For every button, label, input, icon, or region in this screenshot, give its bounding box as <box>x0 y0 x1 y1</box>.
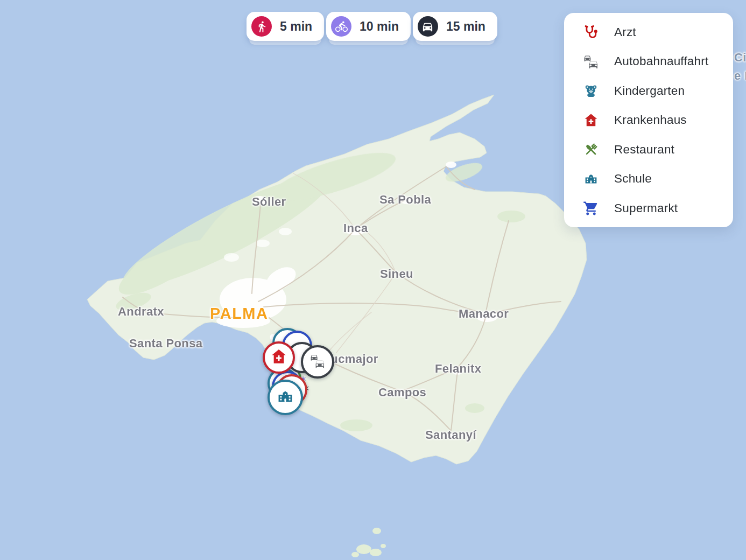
drive-time-pill[interactable]: 15 min <box>413 12 497 41</box>
stethoscope-icon <box>582 24 600 41</box>
walk-time-pill[interactable]: 5 min <box>247 12 324 41</box>
two-cars-icon <box>309 352 326 372</box>
drive-time-label: 15 min <box>446 19 485 34</box>
map-label-partial-ciutadella-1: Ciu <box>734 51 746 65</box>
legend-label: Supermarkt <box>614 201 678 215</box>
map-label-palma: PALMA <box>210 305 268 323</box>
legend-label: Schule <box>614 172 652 186</box>
map-label-santa-ponsa: Santa Ponsa <box>129 337 202 351</box>
legend-item-arzt[interactable]: Arzt <box>564 17 733 47</box>
cyclist-icon <box>331 16 351 37</box>
map-label-sa-pobla: Sa Pobla <box>379 193 431 207</box>
hospital-house-icon <box>582 111 600 129</box>
map-label-andratx: Andratx <box>118 305 164 319</box>
legend-label: Arzt <box>614 25 636 39</box>
legend-item-autobahnauffahrt[interactable]: Autobahnauffahrt <box>564 47 733 76</box>
map-label-felanitx: Felanitx <box>435 362 481 376</box>
legend-item-krankenhaus[interactable]: Krankenhaus <box>564 106 733 135</box>
car-icon <box>418 16 438 37</box>
map-label-manacor: Manacor <box>459 307 509 321</box>
bike-time-pill[interactable]: 10 min <box>326 12 411 41</box>
hospital-house-icon <box>270 347 288 368</box>
legend-label: Kindergarten <box>614 84 685 98</box>
bike-time-label: 10 min <box>360 19 399 34</box>
walk-time-label: 5 min <box>280 19 312 34</box>
legend-item-restaurant[interactable]: Restaurant <box>564 135 733 164</box>
map-label-santanyi: Santanyí <box>425 428 476 442</box>
school-building-icon <box>582 170 600 187</box>
legend-label: Krankenhaus <box>614 113 687 127</box>
map-label-soller: Sóller <box>252 195 286 209</box>
legend-item-kindergarten[interactable]: Kindergarten <box>564 76 733 106</box>
travel-time-toolbar: 5 min 10 min 15 min <box>247 12 497 41</box>
map-label-campos: Campos <box>378 386 426 400</box>
legend-item-schule[interactable]: Schule <box>564 164 733 194</box>
legend-item-supermarkt[interactable]: Supermarkt <box>564 193 733 223</box>
poi-legend-panel: Arzt Autobahnauffahrt <box>564 13 733 227</box>
marker-schule[interactable] <box>268 380 303 415</box>
walking-icon <box>251 16 272 37</box>
marker-autobahnauffahrt[interactable] <box>301 345 334 379</box>
legend-label: Autobahnauffahrt <box>614 54 708 68</box>
teddy-bear-icon <box>582 82 600 100</box>
map-label-inca: Inca <box>343 221 368 235</box>
map-label-partial-ciutadella-2: e M <box>734 69 746 83</box>
legend-label: Restaurant <box>614 143 674 157</box>
school-building-icon <box>276 387 295 408</box>
map-label-sineu: Sineu <box>380 267 413 281</box>
marker-krankenhaus[interactable] <box>263 341 295 374</box>
shopping-cart-icon <box>582 200 600 217</box>
fork-knife-icon <box>582 141 600 158</box>
two-cars-icon <box>582 53 600 70</box>
